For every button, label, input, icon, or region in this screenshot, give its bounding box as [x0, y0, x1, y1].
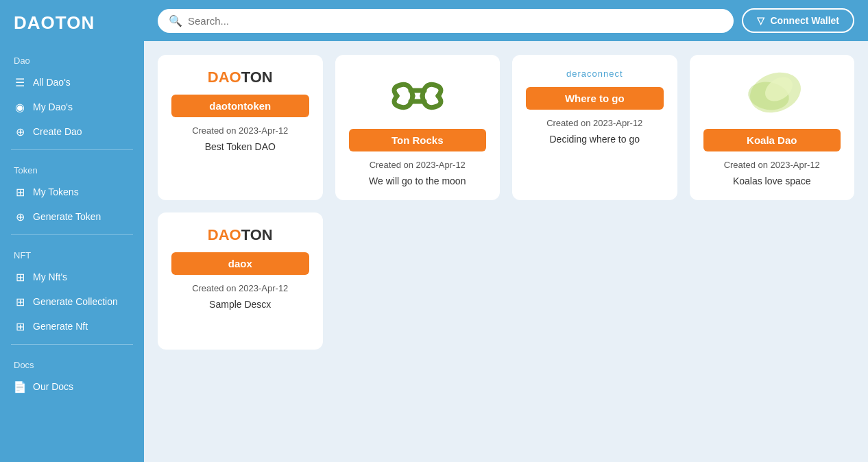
sidebar-item-create-dao[interactable]: ⊕ Create Dao: [0, 119, 144, 144]
daoton-ton-2: TON: [241, 226, 273, 243]
sidebar-item-my-tokens[interactable]: ⊞ My Tokens: [0, 180, 144, 204]
logo-ton: TON: [56, 12, 95, 33]
sidebar-item-my-daos[interactable]: ◉ My Dao's: [0, 95, 144, 119]
sidebar-logo: DAOTON: [0, 0, 144, 46]
topbar: 🔍 ▽ Connect Wallet: [144, 0, 868, 41]
section-label-docs: Docs: [0, 350, 144, 374]
section-label-token: Token: [0, 156, 144, 180]
doc-icon: 📄: [14, 380, 26, 393]
eye-icon: ◉: [14, 101, 26, 113]
connect-wallet-button[interactable]: ▽ Connect Wallet: [742, 8, 854, 33]
deraconnect-label: deraconnect: [566, 69, 623, 79]
sidebar-item-our-docs[interactable]: 📄 Our Docs: [0, 374, 144, 399]
cards-grid: DAOTON daotontoken Created on 2023-Apr-1…: [158, 55, 854, 350]
grid-icon-3: ⊞: [14, 295, 26, 308]
grid-icon-4: ⊞: [14, 320, 26, 332]
sidebar-item-label: Create Dao: [33, 126, 82, 137]
card-badge-1: daotontoken: [171, 95, 309, 117]
card-daoton-title-1: DAOTON: [208, 69, 273, 86]
card-date-2: Created on 2023-Apr-12: [370, 160, 466, 170]
sidebar-item-generate-token[interactable]: ⊕ Generate Token: [0, 204, 144, 229]
card-badge-2: Ton Rocks: [349, 129, 487, 151]
main-area: 🔍 ▽ Connect Wallet DAOTON daotontoken Cr…: [144, 0, 868, 462]
sidebar-item-label: My Dao's: [33, 101, 73, 112]
card-desc-2: We will go to the moon: [369, 175, 466, 186]
sidebar-item-label: Generate Collection: [33, 296, 118, 307]
card-daoton-2[interactable]: DAOTON daox Created on 2023-Apr-12 Sampl…: [158, 212, 323, 350]
search-input[interactable]: [188, 15, 723, 27]
sidebar-item-label: Our Docs: [33, 381, 73, 392]
card-desc-4: Koalas love space: [733, 175, 811, 186]
card-date-4: Created on 2023-Apr-12: [724, 160, 820, 170]
daoton-dao-2: DAO: [208, 226, 241, 243]
divider-1: [11, 149, 133, 150]
sidebar-item-label: My Nft's: [33, 271, 67, 282]
card-date-3: Created on 2023-Apr-12: [546, 118, 642, 128]
sidebar-item-label: Generate Token: [33, 211, 101, 222]
sidebar-item-my-nfts[interactable]: ⊞ My Nft's: [0, 265, 144, 289]
card-daoton-1[interactable]: DAOTON daotontoken Created on 2023-Apr-1…: [158, 55, 323, 200]
card-badge-5: daox: [171, 252, 309, 275]
card-deraconnect[interactable]: deraconnect Where to go Created on 2023-…: [512, 55, 677, 200]
grid-icon: ⊞: [14, 186, 26, 198]
sidebar-item-all-daos[interactable]: ☰ All Dao's: [0, 70, 144, 95]
section-label-dao: Dao: [0, 46, 144, 70]
sidebar-item-label: Generate Nft: [33, 321, 88, 332]
card-koala[interactable]: Koala Dao Created on 2023-Apr-12 Koalas …: [690, 55, 855, 200]
card-desc-5: Sample Descx: [209, 299, 271, 310]
card-date-1: Created on 2023-Apr-12: [192, 125, 288, 136]
plus-circle-icon-2: ⊕: [14, 210, 26, 223]
go-logo: [387, 75, 448, 117]
sidebar: DAOTON Dao ☰ All Dao's ◉ My Dao's ⊕ Crea…: [0, 0, 144, 462]
plus-circle-icon: ⊕: [14, 125, 26, 138]
section-label-nft: NFT: [0, 241, 144, 265]
card-desc-3: Deciding where to go: [549, 134, 640, 145]
card-tonrocks[interactable]: Ton Rocks Created on 2023-Apr-12 We will…: [335, 55, 501, 200]
sidebar-item-generate-collection[interactable]: ⊞ Generate Collection: [0, 289, 144, 314]
content-area: DAOTON daotontoken Created on 2023-Apr-1…: [144, 41, 868, 462]
grid-icon-2: ⊞: [14, 271, 26, 283]
card-badge-4: Koala Dao: [703, 129, 841, 151]
search-bar[interactable]: 🔍: [158, 9, 734, 33]
divider-3: [11, 344, 133, 345]
koala-leaf-svg: [738, 69, 806, 123]
card-daoton-title-2: DAOTON: [208, 226, 273, 244]
sidebar-item-generate-nft[interactable]: ⊞ Generate Nft: [0, 314, 144, 339]
divider-2: [11, 234, 133, 235]
search-icon: 🔍: [169, 14, 182, 27]
koala-image: [738, 69, 806, 123]
daoton-ton: TON: [241, 69, 273, 86]
logo-dao: DAO: [14, 12, 56, 33]
list-icon: ☰: [14, 76, 26, 88]
connect-wallet-label: Connect Wallet: [770, 15, 839, 26]
go-logo-svg: [387, 75, 448, 117]
sidebar-item-label: All Dao's: [33, 77, 71, 88]
wallet-icon: ▽: [757, 15, 764, 26]
card-date-5: Created on 2023-Apr-12: [192, 283, 288, 293]
daoton-dao: DAO: [208, 69, 241, 86]
sidebar-item-label: My Tokens: [33, 186, 79, 197]
card-desc-1: Best Token DAO: [205, 141, 276, 152]
card-badge-3: Where to go: [526, 87, 664, 110]
